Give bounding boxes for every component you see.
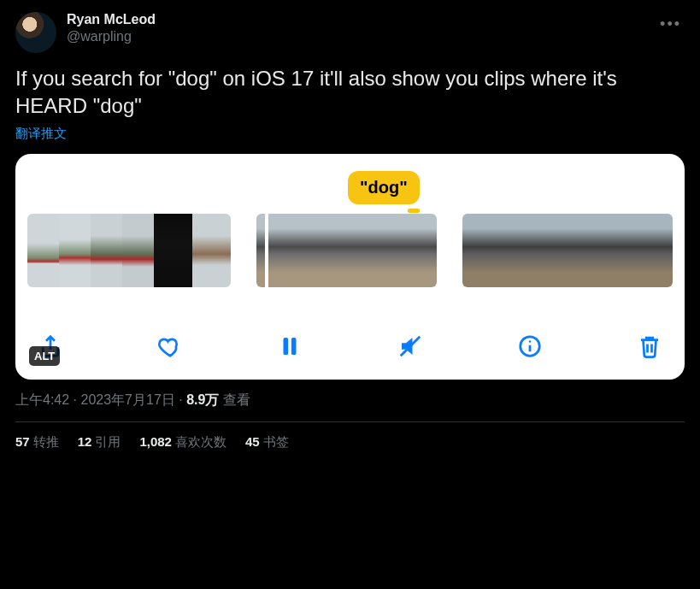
tweet-container: Ryan McLeod @warpling ••• If you search …: [0, 0, 700, 459]
media-card[interactable]: "dog": [15, 154, 685, 380]
svg-rect-0: [284, 338, 289, 355]
clip-strip[interactable]: [256, 214, 437, 287]
info-icon[interactable]: [515, 332, 544, 361]
alt-badge[interactable]: ALT: [29, 346, 60, 366]
playhead[interactable]: [265, 214, 268, 287]
svg-point-5: [529, 340, 532, 343]
meta-line: 上午4:42 · 2023年7月17日 · 8.9万 查看: [15, 392, 685, 422]
bookmark-stat[interactable]: 45书签: [245, 434, 289, 451]
like-stat[interactable]: 1,082喜欢次数: [139, 434, 226, 451]
view-label: 查看: [219, 392, 250, 407]
author-block[interactable]: Ryan McLeod @warpling: [67, 12, 646, 44]
trash-icon[interactable]: [635, 332, 664, 361]
avatar[interactable]: [15, 12, 56, 53]
view-count: 8.9万: [186, 392, 219, 407]
handle: @warpling: [67, 29, 646, 44]
svg-rect-1: [291, 338, 297, 355]
clip-strip[interactable]: [462, 214, 673, 287]
tweet-text: If you search for "dog" on iOS 17 it'll …: [15, 65, 685, 121]
tweet-header: Ryan McLeod @warpling •••: [15, 12, 685, 53]
translate-link[interactable]: 翻译推文: [15, 126, 67, 142]
mute-icon[interactable]: [396, 332, 425, 361]
heart-icon[interactable]: [156, 332, 185, 361]
media-toolbar: [27, 315, 673, 368]
stats-line: 57转推 12引用 1,082喜欢次数 45书签: [15, 422, 685, 451]
filmstrip: "dog": [27, 214, 673, 315]
tweet-time[interactable]: 上午4:42: [15, 392, 69, 407]
more-icon[interactable]: •••: [656, 12, 685, 37]
tweet-date[interactable]: 2023年7月17日: [80, 392, 174, 407]
display-name: Ryan McLeod: [67, 12, 646, 27]
search-bubble: "dog": [348, 171, 420, 204]
clip-strip[interactable]: [27, 214, 231, 287]
quote-stat[interactable]: 12引用: [78, 434, 121, 451]
pause-icon[interactable]: [275, 332, 304, 361]
playhead-marker: [408, 209, 420, 213]
retweet-stat[interactable]: 57转推: [15, 434, 59, 451]
